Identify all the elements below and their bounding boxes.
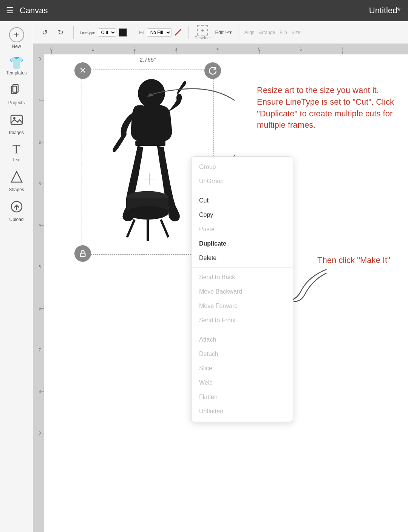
ruler-tick-h-4 [218,51,218,54]
canvas-area[interactable]: 0 1 2 3 4 5 6 7 0 1 2 3 [33,44,408,532]
menu-item-cut[interactable]: Cut [192,193,293,208]
ruler-tick-v-5 [40,267,44,267]
lock-button[interactable] [74,245,91,262]
rotate-button[interactable] [204,62,221,79]
ruler-tick-v-4 [40,225,44,226]
edit-button[interactable]: Edit ✂▾ [215,29,232,35]
svg-point-13 [127,206,168,220]
ruler-tick-v-2 [40,142,44,142]
sidebar-item-new[interactable]: + New [2,24,32,52]
menu-item-duplicate[interactable]: Duplicate [192,237,293,251]
sidebar-item-images[interactable]: Images [2,110,32,138]
sidebar-text-label: Text [12,157,20,162]
menu-separator-2 [192,268,293,268]
svg-line-14 [127,220,134,237]
linetype-group: Linetype Cut [80,28,127,37]
svg-point-3 [13,117,15,119]
separator-3 [188,26,189,39]
fill-select[interactable]: No Fill [147,28,172,37]
ruler-tick-h-5 [259,51,260,54]
sidebar-item-projects[interactable]: Projects [2,80,32,108]
images-icon [10,113,23,128]
menu-item-group: Group [192,160,293,174]
ruler-corner [33,44,44,54]
arrange-button: Arrange [259,30,275,35]
flip-button: Flip [280,30,287,35]
deselect-icon: + [197,25,208,36]
sidebar-new-label: New [12,44,21,49]
menu-item-flatten: Flatten [192,390,293,404]
fill-label: Fill [139,30,145,35]
menu-item-copy[interactable]: Copy [192,208,293,222]
delete-button[interactable]: ✕ [74,62,91,79]
svg-marker-4 [11,172,22,182]
linetype-label: Linetype [80,30,96,35]
ruler-tick-h-1 [93,51,93,54]
ruler-tick-h-6 [301,51,301,54]
close-icon: ✕ [79,66,86,75]
sidebar-item-upload[interactable]: Upload [2,197,32,225]
linetype-swatch [119,28,127,37]
sidebar-templates-label: Templates [6,70,27,76]
ruler-tick-v-7 [40,350,44,350]
undo-redo-group: ↺ ↻ [38,26,67,39]
separator-2 [133,26,133,39]
menu-item-ungroup: UnGroup [192,174,293,189]
sidebar-projects-label: Projects [8,100,25,105]
menu-item-weld: Weld [192,376,293,390]
menu-separator-1 [192,191,293,191]
templates-icon: 👕 [9,57,24,69]
new-icon: + [9,27,24,42]
ruler-vertical: 0 1 2 3 4 5 6 7 8 9 [33,54,44,532]
annotation-text-1: Resize art to the size you want it. Ensu… [257,85,400,131]
sidebar-item-text[interactable]: T Text [2,140,32,165]
context-menu: Group UnGroup Cut Copy Paste Duplicate D… [191,156,293,422]
svg-rect-10 [135,141,165,146]
linetype-select[interactable]: Cut [98,28,116,37]
upload-icon [10,200,23,215]
hamburger-menu-icon[interactable]: ☰ [6,6,14,15]
menu-separator-3 [192,330,293,330]
menu-item-move-forward: Move Forward [192,299,293,313]
deselect-button[interactable]: + Deselect [195,25,211,40]
menu-item-attach: Attach [192,332,293,347]
menu-item-slice: Slice [192,361,293,376]
shapes-icon [10,170,23,186]
menu-item-delete[interactable]: Delete [192,251,293,265]
size-button: Size [292,30,300,35]
edit-label: Edit [215,29,223,35]
sidebar-item-templates[interactable]: 👕 Templates [2,54,32,79]
ruler-tick-v-8 [40,391,44,392]
annotation-text-2: Then click "Make It" [317,255,400,266]
menu-item-unflatten: Unflatten [192,404,293,419]
menu-item-move-backward: Move Backward [192,285,293,299]
art-width-label: 2.765" [140,56,156,63]
ruler-tick-v-3 [40,184,44,184]
deselect-label: Deselect [195,36,211,40]
toolbar: ↺ ↻ Linetype Cut Fill No Fill + Deselect… [33,21,408,44]
sidebar-item-shapes[interactable]: Shapes [2,167,32,195]
separator-4 [238,26,238,39]
ruler-tick-h-2 [134,51,135,54]
ruler-tick-h-7 [342,51,343,54]
ruler-tick-v-1 [40,101,44,101]
ruler-tick-v-9 [40,433,44,433]
redo-button[interactable]: ↻ [54,26,67,39]
svg-rect-7 [80,253,85,257]
menu-item-send-to-back: Send to Back [192,270,293,285]
undo-button[interactable]: ↺ [38,26,51,39]
ruler-horizontal: 0 1 2 3 4 5 6 7 [44,44,408,54]
svg-rect-2 [11,115,22,124]
align-button: Align [244,30,255,35]
fill-group: Fill No Fill [139,28,182,37]
text-icon: T [12,143,20,156]
sidebar-upload-label: Upload [9,217,23,222]
menu-item-detach: Detach [192,347,293,361]
ruler-tick-h-3 [176,51,176,54]
canvas-white[interactable]: 2.765" ✕ [44,54,408,532]
top-bar: ☰ Canvas Untitled* [0,0,408,21]
sidebar: + New 👕 Templates Projects Images T Text… [0,21,33,532]
separator-1 [73,26,74,39]
projects-icon [10,83,23,99]
menu-item-paste: Paste [192,222,293,237]
